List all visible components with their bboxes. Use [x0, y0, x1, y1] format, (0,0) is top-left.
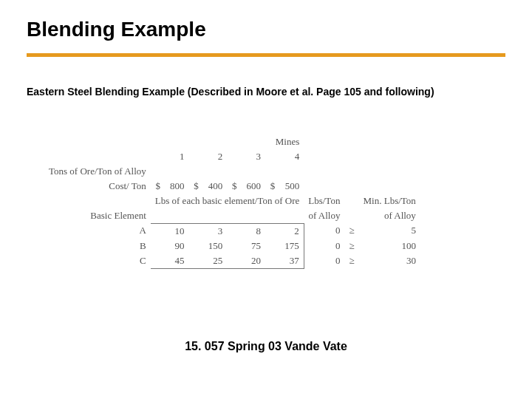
element-b-lbs: 0	[304, 239, 344, 253]
element-a-v2: 3	[203, 223, 228, 239]
lbs-per-ton-caption: Lbs of each basic element/Ton of Ore	[151, 194, 304, 208]
element-c-v3: 20	[241, 253, 265, 269]
lbs-col-header-2: of Alloy	[304, 208, 344, 223]
element-a-label: A	[44, 223, 151, 239]
cost-1: 800	[165, 179, 189, 194]
min-col-header-1: Min. Lbs/Ton	[359, 194, 420, 208]
slide-footer: 15. 057 Spring 03 Vande Vate	[0, 340, 532, 353]
element-a-min: 5	[359, 223, 420, 239]
element-c-min: 30	[359, 253, 420, 269]
element-c-rel: ≥	[344, 253, 358, 269]
element-b-v3: 75	[241, 239, 265, 253]
title-underline	[27, 53, 505, 57]
element-b-v4: 175	[279, 239, 304, 253]
tons-per-alloy-label: Tons of Ore/Ton of Alloy	[44, 164, 151, 179]
lbs-col-header-1: Lbs/Ton	[304, 194, 344, 208]
mine-col-3: 3	[241, 149, 265, 164]
element-b-v2: 150	[203, 239, 228, 253]
element-c-lbs: 0	[304, 253, 344, 269]
element-b-rel: ≥	[344, 239, 358, 253]
element-c-label: C	[44, 253, 151, 269]
element-c-v2: 25	[203, 253, 228, 269]
cost-4: 500	[279, 179, 304, 194]
slide-subtitle: Eastern Steel Blending Example (Describe…	[27, 86, 434, 98]
mines-header: Mines	[165, 134, 304, 149]
min-col-header-2: of Alloy	[359, 208, 420, 223]
currency-4: $	[265, 179, 279, 194]
basic-element-label: Basic Element	[44, 208, 151, 223]
element-a-lbs: 0	[304, 223, 344, 239]
slide-title: Blending Example	[27, 18, 206, 41]
element-c-v4: 37	[279, 253, 304, 269]
mine-col-4: 4	[279, 149, 304, 164]
element-a-v3: 8	[241, 223, 265, 239]
element-b-min: 100	[359, 239, 420, 253]
element-a-rel: ≥	[344, 223, 358, 239]
element-a-v4: 2	[279, 223, 304, 239]
element-b-v1: 90	[165, 239, 189, 253]
cost-3: 600	[241, 179, 265, 194]
currency-3: $	[227, 179, 241, 194]
cost-label: Cost/ Ton	[44, 179, 151, 194]
element-a-v1: 10	[165, 223, 189, 239]
cost-2: 400	[203, 179, 228, 194]
element-c-v1: 45	[165, 253, 189, 269]
element-b-label: B	[44, 239, 151, 253]
mine-col-2: 2	[203, 149, 228, 164]
blending-table: Mines 1 2 3 4 Tons of Ore/Ton of Alloy	[44, 134, 420, 269]
mine-col-1: 1	[165, 149, 189, 164]
currency-2: $	[189, 179, 203, 194]
currency-1: $	[151, 179, 165, 194]
